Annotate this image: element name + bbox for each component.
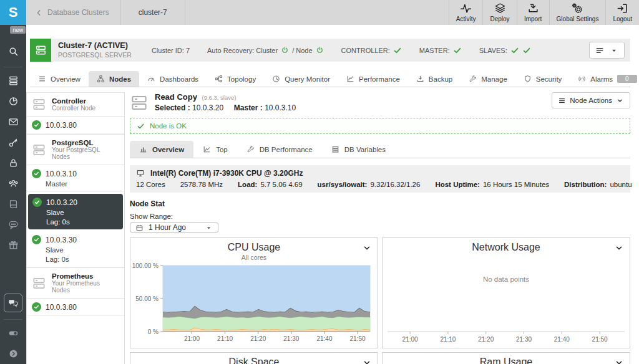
tab-security[interactable]: Security (515, 71, 570, 87)
node-title: Read Copy (155, 92, 197, 102)
node-group-prometheus: Prometheus Your Prometheus Nodes (27, 267, 124, 299)
activity-label: Activity (456, 16, 476, 22)
tab-alarms[interactable]: Alarms 0 (570, 71, 639, 87)
envelope-icon (8, 117, 19, 127)
chart-collapse-button[interactable] (615, 244, 623, 252)
import-button[interactable]: Import (517, 0, 549, 25)
search-button[interactable] (0, 39, 26, 64)
node-item-controller-10-0-3-80[interactable]: 10.0.3.80 (27, 117, 124, 134)
tab-dashboards[interactable]: Dashboards (139, 71, 207, 87)
subtab-overview[interactable]: Overview (130, 141, 193, 158)
sidebar-item-reports[interactable] (0, 91, 26, 112)
node-ok-icon (32, 235, 41, 244)
cluster-meta: Cluster ID: 7 Auto Recovery: Cluster / N… (152, 46, 531, 55)
import-label: Import (524, 16, 542, 22)
subtab-db-variables[interactable]: DB Variables (322, 141, 395, 158)
node-ok-icon (32, 198, 42, 207)
cluster-subtitle: POSTGRESQL SERVER (58, 51, 132, 59)
chevron-down-icon (363, 358, 371, 364)
node-ip: 10.0.3.20 (46, 198, 77, 207)
chart-title: Disk Space (229, 357, 280, 364)
sidebar-item-whats-new[interactable] (0, 235, 26, 256)
cluster-recovery-toggle[interactable] (281, 46, 289, 54)
node-status-alert: Node is OK (130, 118, 630, 134)
body-row: Controller Controller Node 10.0.3.80 Pos… (26, 87, 639, 364)
node-status-text: Node is OK (150, 122, 187, 130)
cluster-actions-dropdown[interactable] (589, 42, 625, 59)
logout-button[interactable]: Logout (605, 0, 639, 25)
master-label: MASTER: (419, 47, 450, 54)
network-usage-chart-card: Network Usage No data points21:0021:1021… (382, 237, 630, 348)
svg-text:21:40: 21:40 (554, 336, 570, 343)
deploy-button[interactable]: Deploy (482, 0, 516, 25)
tab-manage[interactable]: Manage (461, 71, 515, 87)
chart-collapse-button[interactable] (363, 358, 371, 364)
master-label: Master : (234, 103, 263, 112)
comment-icon (8, 219, 19, 230)
tab-nodes[interactable]: Nodes (89, 71, 139, 87)
node-item-10-0-3-10[interactable]: 10.0.3.10 Master (27, 165, 124, 192)
node-version-meta: (9.6.3, slave) (202, 94, 237, 101)
group-subtitle: Your PostgreSQL Nodes (52, 146, 119, 160)
node-detail-panel: Read Copy (9.6.3, slave) Selected : 10.0… (125, 87, 639, 364)
slaves-status: SLAVES: (479, 46, 531, 55)
node-list-panel: Controller Controller Node 10.0.3.80 Pos… (26, 92, 125, 364)
chart-collapse-button[interactable] (363, 244, 371, 252)
chevron-down-icon (615, 244, 623, 252)
support-chat-button[interactable] (4, 294, 22, 312)
node-item-prometheus-10-0-3-80[interactable]: 10.0.3.80 (27, 299, 124, 316)
gift-icon (8, 240, 19, 251)
bar-chart-icon (139, 145, 147, 153)
sidebar-item-security[interactable] (0, 153, 26, 173)
tab-topology[interactable]: Topology (207, 71, 264, 87)
cluster-tab-bar: Overview Nodes Dashboards Topology Query… (30, 69, 630, 87)
theme-toggle[interactable] (0, 323, 26, 343)
tab-query-monitor[interactable]: Query Monitor (264, 71, 338, 87)
tab-performance[interactable]: Performance (338, 71, 408, 87)
broadcast-icon (578, 75, 586, 83)
chart-subtitle: All cores (130, 254, 378, 261)
cpu-usage-chart-card: CPU Usage All cores 100.00 %50.00 %0 %21… (130, 237, 378, 348)
node-item-10-0-3-20-selected[interactable]: 10.0.3.20 Slave Lag: 0s (28, 194, 123, 229)
range-value: 1 Hour Ago (149, 223, 186, 232)
subtab-label: Top (216, 146, 228, 153)
sidebar-item-users[interactable] (0, 173, 26, 194)
cluster-header: Cluster-7 (ACTIVE) POSTGRESQL SERVER Clu… (30, 39, 630, 62)
node-recovery-toggle[interactable] (316, 46, 324, 54)
severalnines-logo[interactable]: S (0, 0, 26, 25)
cluster-tab-label: cluster-7 (139, 8, 167, 17)
sidebar-item-docs[interactable] (0, 194, 26, 214)
auto-recovery-node-label: / Node (292, 47, 312, 54)
svg-text:21:50: 21:50 (592, 336, 608, 343)
activity-button[interactable]: Activity (449, 0, 483, 25)
node-actions-button[interactable]: Node Actions (552, 92, 630, 108)
sidebar-expand-button[interactable] (0, 343, 26, 364)
subtab-db-performance[interactable]: DB Performance (237, 141, 322, 158)
check-icon (522, 46, 531, 55)
tab-overview[interactable]: Overview (30, 71, 89, 87)
tab-backup[interactable]: Backup (408, 71, 461, 87)
breadcrumb[interactable]: Database Clusters (26, 0, 121, 25)
range-select[interactable]: 1 Hour Ago (130, 223, 218, 232)
lock-icon (8, 158, 19, 168)
server-icon (32, 97, 46, 112)
sidebar-item-feedback[interactable] (0, 214, 26, 235)
chart-collapse-button[interactable] (615, 358, 623, 364)
cluster-tab[interactable]: cluster-7 (121, 0, 185, 25)
chart-title: Network Usage (472, 242, 540, 252)
sidebar-item-clusters[interactable] (0, 70, 26, 91)
svg-text:21:20: 21:20 (478, 336, 494, 343)
logout-label: Logout (613, 16, 632, 22)
sidebar-item-email[interactable] (0, 112, 26, 132)
node-item-10-0-3-30[interactable]: 10.0.3.30 Slave Lag: 0s (27, 231, 124, 267)
computer-icon (136, 169, 145, 178)
sidebar-item-integrations[interactable] (0, 132, 26, 153)
show-range-label: Show Range: (130, 213, 630, 220)
subtab-label: DB Performance (260, 146, 313, 153)
global-settings-button[interactable]: Global Settings (549, 0, 606, 25)
deploy-label: Deploy (490, 16, 509, 22)
server-stack-icon (8, 75, 19, 86)
subtab-top[interactable]: Top (193, 141, 237, 158)
node-ok-icon (32, 120, 41, 130)
database-server-icon (35, 44, 47, 56)
